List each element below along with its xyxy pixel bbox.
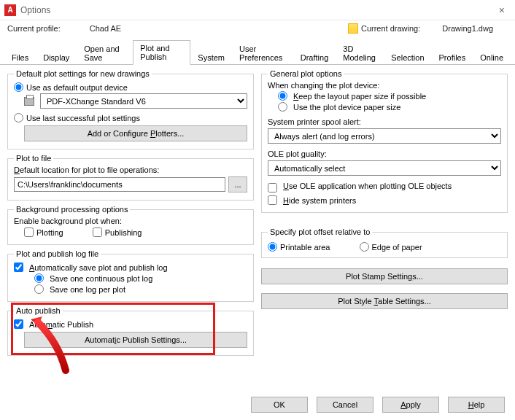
legend-plot-to-file: Plot to file (14, 154, 53, 163)
radio-use-device-size[interactable]: Use the plot device paper size (278, 102, 501, 112)
ole-quality-select[interactable]: Automatically select (268, 160, 501, 176)
tab-files[interactable]: Files (4, 50, 36, 65)
legend-offset: Specify plot offset relative to (268, 228, 372, 236)
plot-style-table-settings-button[interactable]: Plot Style Table Settings... (261, 293, 508, 309)
radio-use-default-device[interactable]: Use as default output device (14, 82, 128, 92)
radio-printable-area[interactable]: Printable area (268, 242, 330, 252)
cancel-button[interactable]: Cancel (317, 397, 373, 413)
help-button[interactable]: Help (448, 397, 505, 413)
tab-profiles[interactable]: Profiles (432, 50, 473, 65)
check-use-ole-app[interactable]: Use OLE application when plotting OLE ob… (268, 182, 501, 192)
radio-one-log-per-plot-input[interactable] (34, 284, 44, 294)
radio-edge-of-paper[interactable]: Edge of paper (360, 242, 422, 252)
check-bg-publishing[interactable]: Publishing (93, 228, 142, 237)
enable-bg-label: Enable background plot when: (14, 217, 247, 225)
radio-use-default-device-input[interactable] (14, 82, 23, 92)
tab-open-and-save[interactable]: Open and Save (77, 41, 133, 65)
spool-alert-select[interactable]: Always alert (and log errors) (268, 128, 501, 144)
tab-selection[interactable]: Selection (384, 50, 431, 65)
drawing-icon (348, 23, 358, 34)
changing-device-label: When changing the plot device: (268, 81, 501, 90)
check-bg-plotting[interactable]: Plotting (24, 228, 63, 237)
close-button[interactable]: × (493, 3, 511, 18)
check-automatic-publish-input[interactable] (14, 319, 23, 329)
tab-3d-modeling[interactable]: 3D Modeling (336, 41, 384, 65)
ok-button[interactable]: OK (251, 397, 308, 413)
profile-bar: Current profile: Chad AE Current drawing… (0, 20, 515, 39)
radio-keep-layout-size[interactable]: Keep the layout paper size if possible (278, 91, 501, 101)
plot-to-file-label: Default location for plot to file operat… (14, 166, 247, 174)
check-auto-save-log[interactable]: Automatically save plot and publish log (14, 262, 247, 272)
check-bg-plotting-input[interactable] (24, 228, 34, 237)
check-use-ole-app-input[interactable] (268, 183, 277, 192)
group-auto-publish: Auto publish Automatic Publish Automatic… (7, 306, 254, 356)
group-default-plot: Default plot settings for new drawings U… (7, 69, 254, 149)
tab-online[interactable]: Online (473, 50, 511, 65)
radio-use-device-size-input[interactable] (278, 102, 287, 112)
window-title: Options (20, 5, 50, 15)
radio-use-last-plot-input[interactable] (14, 113, 23, 122)
tab-display[interactable]: Display (36, 50, 77, 65)
check-hide-system-printers[interactable]: Hide system printers (268, 195, 501, 205)
tabs: Files Display Open and Save Plot and Pub… (0, 39, 515, 65)
legend-background: Background processing options (14, 205, 130, 214)
spool-alert-label: System printer spool alert: (268, 117, 501, 126)
current-profile-label: Current profile: (7, 24, 61, 33)
radio-keep-layout-size-input[interactable] (278, 91, 287, 101)
radio-one-continuous-log[interactable]: Save one continuous plot log (34, 273, 247, 283)
ole-quality-label: OLE plot quality: (268, 149, 501, 158)
group-general-plot: General plot options When changing the p… (261, 69, 508, 213)
check-bg-publishing-input[interactable] (93, 228, 102, 237)
group-plot-to-file: Plot to file Default location for plot t… (7, 154, 254, 201)
titlebar: A Options × (0, 0, 515, 20)
printer-icon (24, 97, 34, 106)
legend-general: General plot options (268, 69, 344, 78)
radio-printable-area-input[interactable] (268, 242, 277, 252)
default-output-device-select[interactable]: PDF-XChange Standard V6 (40, 93, 247, 109)
radio-use-last-plot[interactable]: Use last successful plot settings (14, 113, 140, 122)
current-drawing-label: Current drawing: (361, 24, 420, 33)
apply-button[interactable]: Apply (382, 397, 439, 413)
legend-auto-publish: Auto publish (14, 306, 63, 315)
dialog-buttons: OK Cancel Apply Help (251, 397, 505, 413)
group-plot-offset: Specify plot offset relative to Printabl… (261, 228, 508, 258)
radio-one-continuous-log-input[interactable] (34, 273, 44, 283)
tab-system[interactable]: System (190, 50, 232, 65)
app-icon: A (4, 4, 16, 16)
check-automatic-publish[interactable]: Automatic Publish (14, 319, 247, 329)
plot-stamp-settings-button[interactable]: Plot Stamp Settings... (261, 268, 508, 284)
browse-path-button[interactable]: ... (228, 176, 247, 192)
legend-default-plot: Default plot settings for new drawings (14, 69, 152, 78)
group-background-processing: Background processing options Enable bac… (7, 205, 254, 245)
check-auto-save-log-input[interactable] (14, 262, 23, 272)
tab-plot-and-publish[interactable]: Plot and Publish (133, 40, 190, 65)
configure-plotters-button[interactable]: Add or Configure Plotters... (24, 125, 247, 141)
tab-user-preferences[interactable]: User Preferences (232, 41, 293, 65)
current-profile-value: Chad AE (90, 24, 121, 33)
current-drawing-value: Drawing1.dwg (442, 24, 493, 33)
plot-to-file-path-input[interactable] (14, 177, 225, 192)
automatic-publish-settings-button[interactable]: Automatic Publish Settings... (24, 332, 247, 348)
legend-log: Plot and publish log file (14, 249, 101, 258)
group-log-file: Plot and publish log file Automatically … (7, 249, 254, 302)
tab-drafting[interactable]: Drafting (293, 50, 336, 65)
check-hide-system-printers-input[interactable] (268, 195, 277, 205)
radio-one-log-per-plot[interactable]: Save one log per plot (34, 284, 247, 294)
radio-edge-of-paper-input[interactable] (360, 242, 369, 252)
